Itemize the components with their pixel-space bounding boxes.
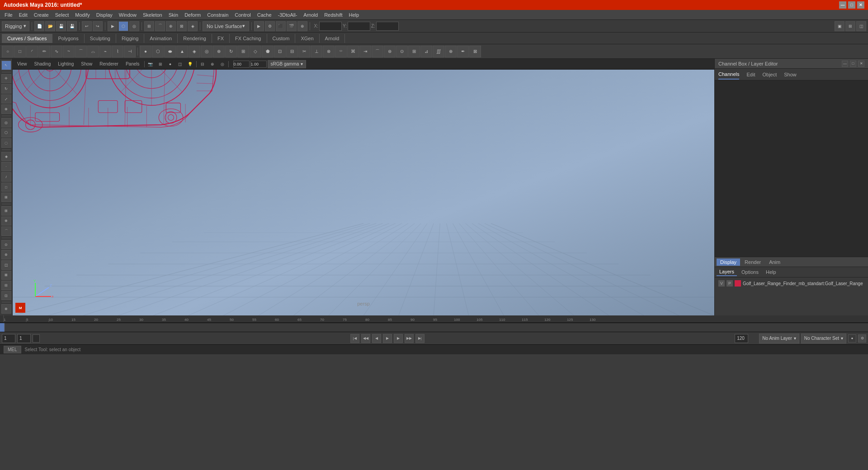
vp-menu-view[interactable]: View (14, 61, 30, 67)
cb-tab-display[interactable]: Display (717, 258, 740, 266)
layer-p-toggle[interactable]: P (726, 280, 733, 287)
vp-grid-btn[interactable]: ⊟ (198, 60, 207, 68)
rotate-tool-btn[interactable]: ↻ (1, 84, 11, 94)
extra-btn[interactable]: ⊗ (1, 304, 11, 314)
rp-tab-show[interactable]: Show (784, 70, 797, 79)
rp-tab-edit[interactable]: Edit (746, 70, 755, 79)
viewport-canvas[interactable]: Z X Y M persp (13, 70, 714, 315)
character-set-dropdown[interactable]: No Character Set ▾ (801, 334, 846, 343)
menu-help[interactable]: Help (346, 11, 362, 19)
rp-minimize-btn[interactable]: — (842, 61, 848, 67)
save-file-btn[interactable]: 💾 (56, 21, 66, 31)
layers-tab[interactable]: Layers (717, 268, 737, 276)
menu-select[interactable]: Select (52, 11, 72, 19)
tool-curve4[interactable]: ⌓ (87, 46, 99, 57)
menu-skeleton[interactable]: Skeleton (140, 11, 165, 19)
tool-circle[interactable]: ○ (2, 46, 14, 57)
tool-intersect[interactable]: ⊗ (323, 46, 335, 57)
menu-3dtoall[interactable]: -3DtoAll- (275, 11, 300, 19)
snap-point-btn[interactable]: ⊕ (166, 21, 176, 31)
tool-extrude[interactable]: ⊕ (213, 46, 225, 57)
tool-boundary[interactable]: ⊟ (286, 46, 298, 57)
vp-menu-renderer[interactable]: Renderer (97, 61, 121, 67)
tool-curve-cv[interactable]: ~ (63, 46, 75, 57)
lasso-select-btn[interactable]: ◌ (1, 138, 11, 148)
rp-close-btn[interactable]: ✕ (858, 61, 864, 67)
tab-custom[interactable]: Custom (267, 34, 296, 43)
play-btn[interactable]: ▶ (383, 334, 392, 343)
tool-pencil2[interactable]: ✒ (457, 46, 469, 57)
anim-layer-dropdown[interactable]: No Anim Layer ▾ (759, 334, 799, 343)
rp-maximize-btn[interactable]: □ (850, 61, 856, 67)
vp-menu-shading[interactable]: Shading (32, 61, 54, 67)
transform-tool-btn[interactable]: ⊕ (1, 104, 11, 114)
vp-wireframe-btn[interactable]: ⊞ (156, 60, 165, 68)
tab-polygons[interactable]: Polygons (52, 34, 84, 43)
snap-view-btn[interactable]: ⊠ (177, 21, 187, 31)
tool-arc[interactable]: ◜ (26, 46, 38, 57)
new-file-btn[interactable]: 📄 (34, 21, 44, 31)
menu-deform[interactable]: Deform (182, 11, 203, 19)
mode-dropdown[interactable]: Rigging ▾ (2, 21, 29, 31)
tool-loft[interactable]: ⊞ (237, 46, 249, 57)
lasso-btn[interactable]: ⬡ (118, 21, 128, 31)
play-prev-btn[interactable]: ◀◀ (361, 334, 370, 343)
cb-tab-render[interactable]: Render (741, 258, 764, 266)
menu-skin[interactable]: Skin (166, 11, 181, 19)
frame-current2-input[interactable] (33, 334, 40, 343)
z-coord-input[interactable] (376, 22, 399, 31)
move-tool-btn[interactable]: ✛ (1, 74, 11, 84)
tab-sculpting[interactable]: Sculpting (85, 34, 116, 43)
tab-fx[interactable]: FX (212, 34, 230, 43)
menu-display[interactable]: Display (94, 11, 115, 19)
paint-select-btn[interactable]: ⬡ (1, 128, 11, 138)
paint-btn[interactable]: ◎ (129, 21, 139, 31)
snap-curve-left-btn[interactable]: ⌒ (1, 226, 11, 236)
gamma-dropdown[interactable]: sRGB gamma ▾ (268, 60, 307, 68)
edge-mode-btn[interactable]: / (1, 172, 11, 182)
cb-tab-anim[interactable]: Anim (765, 258, 784, 266)
auto-key-btn[interactable]: ● (848, 334, 856, 343)
render-btn[interactable]: ▶ (254, 21, 264, 31)
tool-trim[interactable]: ✂ (298, 46, 310, 57)
maximize-button[interactable]: □ (848, 1, 855, 9)
vp-origin-btn[interactable]: ⊕ (208, 60, 217, 68)
gain-input[interactable] (250, 61, 267, 68)
layout-btn3[interactable]: ◫ (856, 21, 866, 31)
snap-point-left-btn[interactable]: ⊕ (1, 216, 11, 226)
tool-detach[interactable]: ⌘ (347, 46, 359, 57)
tool-revolve[interactable]: ↻ (225, 46, 237, 57)
tab-animation[interactable]: Animation (144, 34, 178, 43)
tool-square[interactable]: □ (14, 46, 26, 57)
no-live-surface-btn[interactable]: No Live Surface ▾ (203, 21, 249, 31)
scale-tool-btn[interactable]: ⤢ (1, 94, 11, 104)
tool-cylinder[interactable]: ⬬ (164, 46, 176, 57)
minimize-button[interactable]: — (839, 1, 846, 9)
soft-select-btn[interactable]: ◎ (1, 118, 11, 127)
outliner-btn[interactable]: ⊡ (1, 291, 11, 301)
play-end-btn[interactable]: ▶| (415, 334, 425, 343)
tool-curve-ep[interactable]: ∿ (51, 46, 62, 57)
x-coord-input[interactable] (319, 22, 342, 31)
ipr-btn[interactable]: ⬛ (276, 21, 286, 31)
tab-fx-caching[interactable]: FX Caching (230, 34, 267, 43)
help-tab[interactable]: Help (763, 268, 779, 276)
snap-grid-btn[interactable]: ⊞ (144, 21, 154, 31)
tool-nurbs[interactable]: ◇ (250, 46, 261, 57)
tool-graph[interactable]: ∭ (433, 46, 444, 57)
menu-file[interactable]: File (2, 11, 15, 19)
tool-smooth[interactable]: ⊿ (420, 46, 432, 57)
mel-label[interactable]: MEL (4, 346, 21, 353)
options-tab[interactable]: Options (739, 268, 761, 276)
open-file-btn[interactable]: 📂 (45, 21, 55, 31)
tool-torus[interactable]: ◎ (201, 46, 212, 57)
frame-start-input[interactable] (2, 334, 15, 343)
undo-btn[interactable]: ↩ (82, 21, 92, 31)
frame-current-input[interactable] (17, 334, 31, 343)
layout-btn2[interactable]: ⊞ (845, 21, 855, 31)
vp-menu-show[interactable]: Show (78, 61, 95, 67)
face-mode-btn[interactable]: □ (1, 183, 11, 192)
frame-end-input[interactable] (735, 334, 748, 343)
tool-map[interactable]: ⊠ (469, 46, 481, 57)
menu-edit[interactable]: Edit (16, 11, 30, 19)
